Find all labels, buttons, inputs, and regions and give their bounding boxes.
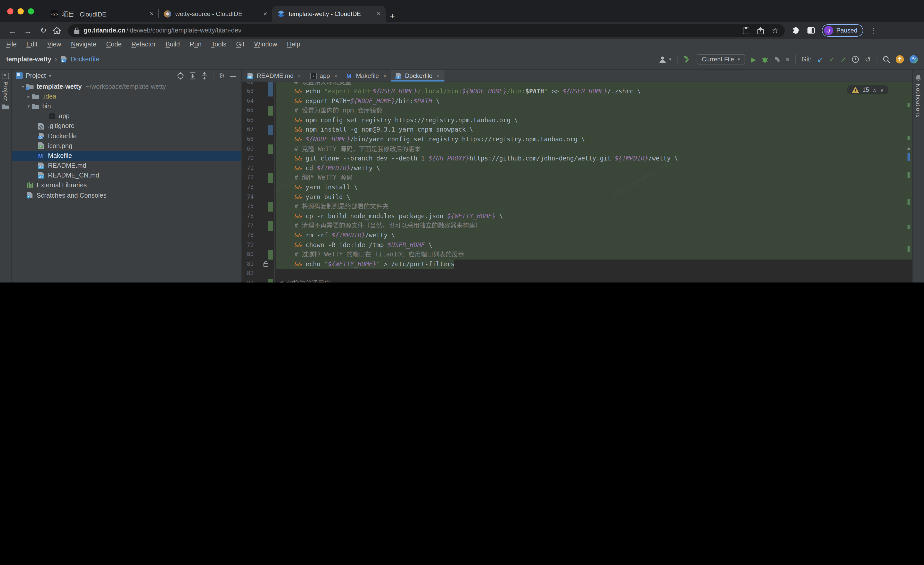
- tree-item-makefile[interactable]: M Makefile: [12, 151, 242, 161]
- editor-tab-makefile[interactable]: M Makefile ×: [342, 70, 391, 81]
- close-editor-tab-icon[interactable]: ×: [334, 72, 338, 79]
- code-line-63[interactable]: 63 && echo "export PATH=${USER_HOME}/.lo…: [242, 87, 912, 96]
- close-tab-icon[interactable]: ×: [376, 10, 381, 18]
- panel-settings-gear-icon[interactable]: ⚙: [219, 72, 225, 80]
- tree-item-template-wetty[interactable]: ▾ template-wetty~/workspace/template-wet…: [12, 81, 242, 91]
- code-line-81[interactable]: 81 && echo "${WETTY_HOME}" > /etc/port-f…: [242, 260, 912, 269]
- project-view-dropdown-icon[interactable]: ▾: [49, 73, 51, 78]
- menu-edit[interactable]: Edit: [26, 41, 38, 48]
- code-line-75[interactable]: 75 # 将源码复制到最终部署的文件夹: [242, 202, 912, 211]
- breadcrumb-project[interactable]: template-wetty: [6, 56, 51, 63]
- menu-code[interactable]: Code: [106, 41, 122, 48]
- tree-item-scratches-and-consoles[interactable]: Scratches and Consoles: [12, 191, 242, 200]
- code-line-69[interactable]: 69 # 克隆 WeTTY 源码，下面是我修改后的版本: [242, 144, 912, 154]
- breadcrumb-file[interactable]: Dockerfile: [70, 56, 99, 63]
- tree-item-readme-md[interactable]: MD README.md: [12, 161, 242, 171]
- browser-tab-1[interactable]: </> 项目 - CloudIDE ×: [45, 6, 159, 22]
- git-commit-icon[interactable]: ✓: [829, 56, 834, 63]
- browser-tab-3[interactable]: template-wetty - CloudIDE ×: [272, 6, 386, 22]
- chevron-icon[interactable]: ▾: [20, 84, 26, 89]
- close-tab-icon[interactable]: ×: [263, 10, 267, 18]
- update-available-icon[interactable]: [896, 55, 904, 63]
- menu-window[interactable]: Window: [254, 41, 277, 48]
- code-line-82[interactable]: 82: [242, 269, 912, 279]
- code-line-74[interactable]: 74 && yarn build \: [242, 192, 912, 202]
- tree-item-bin[interactable]: ▾ bin: [12, 101, 242, 111]
- tree-item--idea[interactable]: ▸ .idea: [12, 91, 242, 101]
- collapse-all-icon[interactable]: [201, 72, 208, 79]
- editor-body[interactable]: 62 # 设置相关环境变量63 && echo "export PATH=${U…: [242, 82, 912, 282]
- code-line-62[interactable]: 62 # 设置相关环境变量: [242, 82, 912, 87]
- close-window-button[interactable]: [7, 8, 14, 15]
- browser-tab-2[interactable]: wetty-source - CloudIDE ×: [159, 6, 272, 22]
- prev-warning-icon[interactable]: ∧: [873, 87, 877, 93]
- menu-refactor[interactable]: Refactor: [132, 41, 156, 48]
- menu-build[interactable]: Build: [165, 41, 180, 48]
- close-tab-icon[interactable]: ×: [150, 10, 154, 18]
- address-bar[interactable]: go.titanide.cn/ide/web/coding/template-w…: [68, 24, 785, 37]
- git-update-icon[interactable]: ↙: [817, 55, 823, 63]
- close-editor-tab-icon[interactable]: ×: [436, 72, 440, 79]
- code-line-78[interactable]: 78 && rm -rf ${TMPDIR}/wetty \: [242, 231, 912, 240]
- tree-item-external-libraries[interactable]: External Libraries: [12, 180, 242, 191]
- menu-help[interactable]: Help: [287, 41, 300, 48]
- tool-stripe-project[interactable]: Project: [0, 73, 11, 110]
- stop-icon[interactable]: ■: [786, 56, 790, 63]
- bookmark-star-icon[interactable]: ☆: [772, 26, 778, 35]
- inspections-widget[interactable]: 15 ∧ ∨: [847, 85, 888, 95]
- search-everywhere-icon[interactable]: [883, 56, 890, 63]
- select-opened-file-icon[interactable]: [177, 72, 184, 79]
- tree-item-dockerfile[interactable]: D Dockerfile: [12, 131, 242, 141]
- run-icon[interactable]: ▶: [751, 56, 756, 63]
- rollback-icon[interactable]: ↺: [865, 55, 871, 63]
- code-line-73[interactable]: 73 && yarn install \: [242, 183, 912, 192]
- build-hammer-icon[interactable]: [683, 56, 691, 63]
- code-line-77[interactable]: 77 # 清理不再需要的源文件（当然，也可以采用独立的融容器来构建）: [242, 221, 912, 231]
- menu-tools[interactable]: Tools: [212, 41, 226, 48]
- code-with-me-icon[interactable]: [910, 55, 918, 63]
- menu-git[interactable]: Git: [236, 41, 244, 48]
- debug-icon[interactable]: [762, 56, 768, 63]
- browser-menu-icon[interactable]: ⋮: [870, 26, 878, 35]
- project-panel-title[interactable]: Project: [26, 72, 46, 79]
- menu-navigate[interactable]: Navigate: [71, 41, 96, 48]
- code-line-64[interactable]: 64 && export PATH=${NODE_HOME}/bin:$PATH…: [242, 96, 912, 106]
- minimize-window-button[interactable]: [18, 8, 24, 15]
- editor-tab-readme.md[interactable]: MD README.md ×: [242, 70, 306, 81]
- code-line-68[interactable]: 68 && ${NODE_HOME}/bin/yarn config set r…: [242, 135, 912, 144]
- editor-tab-app[interactable]: › app ×: [306, 70, 342, 81]
- editor-tab-dockerfile[interactable]: D Dockerfile ×: [391, 70, 445, 81]
- menu-run[interactable]: Run: [190, 41, 202, 48]
- profile-chip[interactable]: J Paused: [822, 24, 863, 37]
- menu-view[interactable]: View: [47, 41, 61, 48]
- reload-icon[interactable]: ↻: [37, 26, 50, 35]
- extensions-icon[interactable]: [793, 27, 800, 34]
- code-line-66[interactable]: 66 && npm config set registry https://re…: [242, 116, 912, 125]
- code-line-72[interactable]: 72 # 编译 WeTTY 源码: [242, 173, 912, 183]
- user-icon[interactable]: [660, 56, 667, 63]
- next-warning-icon[interactable]: ∨: [880, 87, 884, 93]
- code-line-83[interactable]: 83# 切换为普通用户: [242, 279, 912, 282]
- back-icon[interactable]: ←: [6, 26, 19, 35]
- expand-all-icon[interactable]: [189, 72, 196, 79]
- maximize-window-button[interactable]: [28, 8, 34, 15]
- code-line-80[interactable]: 80 # 过滤掉 WeTTY 的端口在 TitanIDE 应用端口列表的展示: [242, 250, 912, 259]
- close-editor-tab-icon[interactable]: ×: [298, 72, 301, 79]
- tree-item-readme-cn-md[interactable]: MD README_CN.md: [12, 171, 242, 180]
- side-panel-icon[interactable]: [807, 27, 814, 33]
- new-tab-button[interactable]: +: [386, 11, 399, 22]
- tree-item--gitignore[interactable]: .gitignore: [12, 121, 242, 131]
- git-push-icon[interactable]: ↗: [840, 55, 846, 63]
- tree-item-app[interactable]: › app: [12, 111, 242, 121]
- home-icon[interactable]: [52, 27, 65, 34]
- clipboard-icon[interactable]: [743, 27, 749, 34]
- menu-file[interactable]: File: [6, 41, 16, 48]
- code-line-79[interactable]: 79 && chown -R ide:ide /tmp $USER_HOME \: [242, 240, 912, 250]
- tree-item-icon-png[interactable]: icon.png: [12, 141, 242, 151]
- tool-stripe-notifications[interactable]: Notifications: [913, 75, 924, 118]
- close-editor-tab-icon[interactable]: ×: [383, 72, 387, 79]
- history-icon[interactable]: [852, 56, 859, 63]
- chevron-icon[interactable]: ▾: [26, 104, 32, 109]
- forward-icon[interactable]: →: [22, 26, 34, 35]
- share-icon[interactable]: [757, 27, 764, 34]
